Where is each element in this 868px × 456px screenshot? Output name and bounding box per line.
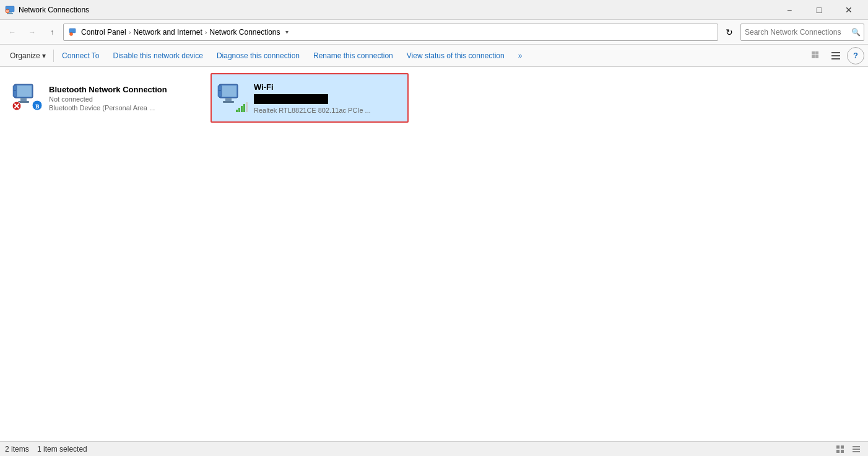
disable-network-button[interactable]: Disable this network device [106,45,210,67]
svg-rect-31 [236,110,238,112]
svg-point-6 [70,32,73,35]
bluetooth-status: Not connected [49,95,167,103]
bluetooth-icon: ʙ [32,100,43,111]
status-right [833,444,863,455]
toolbar-separator-1 [53,50,54,62]
svg-rect-7 [812,51,815,55]
svg-rect-27 [225,98,232,101]
bluetooth-connection-item[interactable]: ʙ Bluetooth Network Connection Not conne… [6,73,204,123]
svg-rect-35 [246,102,248,112]
svg-rect-30 [219,90,221,91]
svg-rect-11 [831,52,840,53]
toolbar-right: ? [807,47,864,64]
wifi-ssid-redacted [254,94,328,104]
search-input[interactable] [740,24,864,41]
breadcrumb-network-internet[interactable]: Network and Internet [133,28,202,37]
svg-rect-34 [243,104,245,112]
svg-rect-26 [220,86,237,97]
bluetooth-info: Bluetooth Network Connection Not connect… [49,85,167,112]
title-bar-left: N Network Connections [5,5,89,15]
address-path[interactable]: Control Panel › Network and Internet › N… [63,24,718,41]
wifi-info: Wi-Fi Realtek RTL8821CE 802.11ac PCIe ..… [254,82,371,114]
bluetooth-adapter: Bluetooth Device (Personal Area ... [49,104,167,112]
svg-rect-29 [218,86,222,97]
svg-rect-10 [815,55,818,58]
list-view-icon [852,445,861,454]
svg-rect-9 [812,55,815,58]
search-wrapper: 🔍 [740,24,864,41]
svg-rect-8 [815,51,818,55]
svg-rect-18 [13,86,17,97]
svg-rect-2 [7,13,13,14]
rename-connection-button[interactable]: Rename this connection [306,45,400,67]
restore-button[interactable]: □ [805,2,833,18]
wifi-connection-item[interactable]: Wi-Fi Realtek RTL8821CE 802.11ac PCIe ..… [210,73,409,123]
search-icon: 🔍 [851,28,861,37]
window-title: Network Connections [19,6,89,14]
app-icon: N [5,5,15,15]
close-button[interactable]: ✕ [835,2,863,18]
svg-rect-32 [238,108,240,112]
status-view-grid-button[interactable] [833,444,847,455]
toolbar: Organize ▾ Connect To Disable this netwo… [0,45,868,67]
address-bar: ← → ↑ Control Panel › Network and Intern… [0,20,868,45]
organize-button[interactable]: Organize ▾ [4,45,52,67]
view-options-icon [811,51,821,61]
title-controls[interactable]: − □ ✕ [775,2,863,18]
svg-rect-33 [241,106,243,112]
minimize-button[interactable]: − [775,2,804,18]
bluetooth-icon-area: ʙ [12,82,43,113]
up-button[interactable]: ↑ [43,24,61,41]
svg-rect-28 [223,101,234,103]
svg-rect-12 [831,55,840,56]
svg-rect-37 [841,445,844,449]
svg-text:N: N [6,9,9,12]
refresh-button[interactable]: ↻ [721,24,738,41]
more-options-button[interactable]: » [511,45,529,67]
title-bar: N Network Connections − □ ✕ [0,0,868,20]
selected-count: 1 item selected [37,445,87,454]
connect-to-button[interactable]: Connect To [55,45,106,67]
status-bar: 2 items 1 item selected [0,441,868,456]
breadcrumb-control-panel[interactable]: Control Panel [81,28,126,37]
diagnose-connection-button[interactable]: Diagnose this connection [210,45,306,67]
svg-rect-19 [14,90,16,91]
wifi-icon-area [217,82,248,113]
svg-rect-40 [853,446,860,447]
svg-rect-42 [853,451,860,452]
signal-bars-icon [235,102,248,112]
view-status-button[interactable]: View status of this connection [400,45,511,67]
wifi-adapter: Realtek RTL8821CE 802.11ac PCIe ... [254,107,371,114]
svg-rect-5 [69,28,76,33]
layout-button[interactable] [827,47,844,64]
svg-rect-36 [836,445,840,449]
svg-rect-41 [853,449,860,450]
svg-rect-38 [836,450,840,453]
breadcrumb-network-connections[interactable]: Network Connections [209,28,280,37]
svg-rect-15 [15,86,32,97]
status-items-info: 2 items 1 item selected [5,445,87,454]
status-view-list-button[interactable] [849,444,863,455]
bluetooth-name: Bluetooth Network Connection [49,85,167,94]
main-content: ʙ Bluetooth Network Connection Not conne… [0,67,868,441]
items-count: 2 items [5,445,29,454]
view-options-button[interactable] [807,47,825,64]
forward-button[interactable]: → [24,24,41,41]
wifi-name: Wi-Fi [254,82,371,92]
back-button[interactable]: ← [4,24,21,41]
path-icon [69,27,79,37]
breadcrumb-dropdown[interactable]: ▾ [283,28,291,35]
svg-rect-13 [831,58,840,59]
error-badge [12,101,22,111]
help-button[interactable]: ? [847,47,864,64]
grid-view-icon [836,445,844,454]
svg-text:ʙ: ʙ [35,102,40,110]
svg-rect-39 [841,450,844,453]
layout-icon [831,51,841,61]
